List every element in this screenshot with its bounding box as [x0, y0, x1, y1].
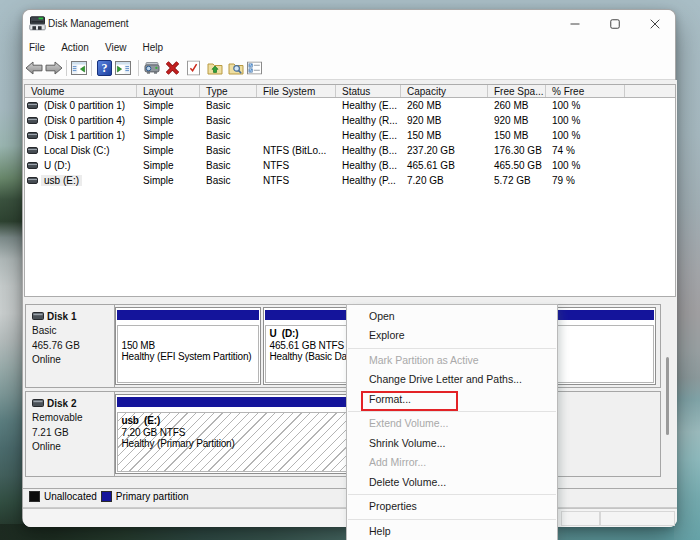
help-icon[interactable]: ?	[97, 60, 112, 76]
column-header-freespace[interactable]: Free Spa...	[488, 85, 546, 97]
column-header-layout[interactable]: Layout	[137, 85, 200, 97]
menu-item-extend-volume[interactable]: Extend Volume...	[347, 414, 557, 434]
partition-color-bar	[117, 310, 259, 320]
maximize-button[interactable]	[595, 10, 635, 38]
rescan-disks-icon[interactable]	[144, 61, 160, 74]
volume-name: usb (E:)	[41, 175, 82, 186]
cell-filesystem: NTFS	[257, 158, 336, 173]
delete-volume-icon[interactable]	[165, 60, 180, 75]
menu-help[interactable]: Help	[134, 42, 171, 53]
column-header-percentfree[interactable]: % Free	[546, 85, 625, 97]
disk-size: 7.21 GB	[32, 426, 114, 440]
cell-percentfree: 79 %	[546, 173, 625, 188]
properties-icon[interactable]	[247, 61, 262, 74]
cell-status: Healthy (P...	[336, 173, 401, 188]
cell-layout: Simple	[137, 173, 200, 188]
disk-name: Disk 2	[47, 397, 76, 411]
volume-disk-icon	[27, 177, 38, 184]
cell-freespace: 5.72 GB	[488, 173, 546, 188]
status-bar-pane	[600, 511, 675, 526]
menu-action[interactable]: Action	[53, 42, 97, 53]
back-icon[interactable]	[25, 61, 43, 75]
volume-row[interactable]: (Disk 1 partition 1)SimpleBasicHealthy (…	[25, 128, 675, 143]
minimize-button[interactable]	[555, 10, 595, 38]
svg-text:?: ?	[102, 61, 108, 75]
cell-type: Basic	[200, 158, 257, 173]
explore-folder-icon[interactable]	[228, 61, 244, 75]
column-header-volume[interactable]: Volume	[25, 85, 137, 97]
cell-type: Basic	[200, 143, 257, 158]
cell-layout: Simple	[137, 128, 200, 143]
cell-status: Healthy (E...	[336, 98, 401, 113]
cell-empty	[625, 98, 675, 113]
column-header-filesystem[interactable]: File System	[257, 85, 336, 97]
disk-2-label[interactable]: Disk 2 Removable 7.21 GB Online	[26, 392, 115, 476]
primary-partition-swatch	[101, 491, 112, 502]
cell-percentfree: 100 %	[546, 113, 625, 128]
context-menu: Open Explore Mark Partition as Active Ch…	[346, 304, 558, 540]
volume-disk-icon	[27, 102, 38, 109]
menu-item-delete-volume[interactable]: Delete Volume...	[347, 473, 557, 493]
close-button[interactable]	[635, 10, 675, 38]
cell-percentfree: 100 %	[546, 158, 625, 173]
menu-item-open[interactable]: Open	[347, 307, 557, 327]
cell-type: Basic	[200, 173, 257, 188]
cell-filesystem	[257, 128, 336, 143]
menu-item-format[interactable]: Format...	[347, 390, 557, 410]
menu-file[interactable]: File	[23, 42, 53, 53]
show-console-tree-icon[interactable]	[71, 61, 87, 75]
legend-primary-label: Primary partition	[116, 491, 189, 502]
menu-item-change-drive-letter[interactable]: Change Drive Letter and Paths...	[347, 370, 557, 390]
mark-active-icon[interactable]	[187, 60, 200, 75]
cell-capacity: 150 MB	[401, 128, 488, 143]
open-folder-icon[interactable]	[207, 61, 223, 75]
menu-item-add-mirror[interactable]: Add Mirror...	[347, 453, 557, 473]
disk-kind: Basic	[32, 324, 114, 338]
partition-efi[interactable]: 150 MB Healthy (EFI System Partition)	[115, 307, 261, 385]
disk-icon	[32, 310, 44, 324]
disk-status: Online	[32, 440, 114, 454]
cell-status: Healthy (E...	[336, 128, 401, 143]
volume-row[interactable]: U (D:)SimpleBasicNTFSHealthy (B...465.61…	[25, 158, 675, 173]
cell-filesystem	[257, 98, 336, 113]
column-header-type[interactable]: Type	[200, 85, 257, 97]
cell-layout: Simple	[137, 98, 200, 113]
volume-row[interactable]: (Disk 0 partition 4)SimpleBasicHealthy (…	[25, 113, 675, 128]
cell-empty	[625, 158, 675, 173]
menu-item-shrink-volume[interactable]: Shrink Volume...	[347, 434, 557, 454]
menu-bar: File Action View Help	[23, 38, 171, 56]
vertical-scrollbar-thumb[interactable]	[666, 357, 669, 435]
cell-capacity: 7.20 GB	[401, 173, 488, 188]
menu-item-help[interactable]: Help	[347, 522, 557, 540]
legend-unallocated-label: Unallocated	[44, 491, 97, 502]
volume-name: Local Disk (C:)	[41, 145, 113, 156]
menu-item-mark-partition-active[interactable]: Mark Partition as Active	[347, 351, 557, 371]
show-action-pane-icon[interactable]	[115, 61, 131, 75]
volume-row[interactable]: (Disk 0 partition 1)SimpleBasicHealthy (…	[25, 98, 675, 113]
disk-name: Disk 1	[47, 310, 76, 324]
window-title: Disk Management	[48, 18, 129, 29]
forward-icon[interactable]	[45, 61, 63, 75]
volume-list-header: Volume Layout Type File System Status Ca…	[25, 85, 675, 98]
cell-volume: usb (E:)	[25, 173, 137, 188]
menu-view[interactable]: View	[97, 42, 135, 53]
cell-volume: (Disk 1 partition 1)	[25, 128, 137, 143]
title-bar[interactable]: Disk Management	[23, 10, 675, 38]
volume-disk-icon	[27, 132, 38, 139]
volume-row[interactable]: Local Disk (C:)SimpleBasicNTFS (BitLo...…	[25, 143, 675, 158]
volume-row[interactable]: usb (E:)SimpleBasicNTFSHealthy (P...7.20…	[25, 173, 675, 188]
disk-management-app-icon	[29, 16, 46, 35]
disk-1-label[interactable]: Disk 1 Basic 465.76 GB Online	[26, 305, 115, 387]
column-header-status[interactable]: Status	[336, 85, 401, 97]
column-header-capacity[interactable]: Capacity	[401, 85, 488, 97]
cell-capacity: 465.61 GB	[401, 158, 488, 173]
menu-item-properties[interactable]: Properties	[347, 497, 557, 517]
cell-type: Basic	[200, 98, 257, 113]
disk-status: Online	[32, 353, 114, 367]
disk-icon	[32, 397, 44, 411]
cell-percentfree: 74 %	[546, 143, 625, 158]
cell-percentfree: 100 %	[546, 98, 625, 113]
volume-name: (Disk 0 partition 1)	[41, 100, 128, 111]
cell-freespace: 260 MB	[488, 98, 546, 113]
menu-item-explore[interactable]: Explore	[347, 326, 557, 346]
